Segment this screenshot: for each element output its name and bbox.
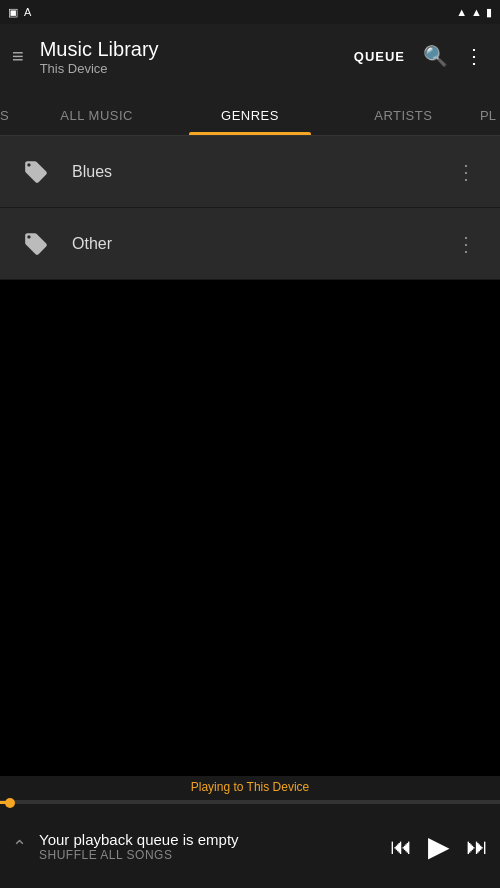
tag-icon-blues — [23, 159, 49, 185]
header-title-block: Music Library This Device — [40, 37, 332, 76]
search-button[interactable]: 🔍 — [419, 40, 452, 72]
genre-item-blues[interactable]: Blues ⋮ — [0, 136, 500, 208]
menu-icon[interactable]: ≡ — [12, 45, 24, 68]
play-button[interactable]: ▶ — [428, 830, 450, 863]
player-shuffle-label: SHUFFLE ALL SONGS — [39, 848, 390, 862]
player-bar: ⌃ Your playback queue is empty SHUFFLE A… — [0, 800, 500, 888]
genre-item-other[interactable]: Other ⋮ — [0, 208, 500, 280]
page-title: Music Library — [40, 37, 332, 61]
genre-list: Blues ⋮ Other ⋮ — [0, 136, 500, 280]
next-button[interactable]: ⏭ — [466, 834, 488, 860]
previous-button[interactable]: ⏮ — [390, 834, 412, 860]
progress-bar[interactable] — [0, 801, 500, 804]
more-options-button[interactable]: ⋮ — [460, 40, 488, 72]
genre-name-blues: Blues — [72, 163, 448, 181]
app-icon: ▣ — [8, 6, 18, 19]
genre-more-blues[interactable]: ⋮ — [448, 152, 484, 192]
battery-icon: ▮ — [486, 6, 492, 19]
header: ≡ Music Library This Device QUEUE 🔍 ⋮ — [0, 24, 500, 88]
header-actions: QUEUE 🔍 ⋮ — [348, 40, 488, 72]
tag-icon-other — [23, 231, 49, 257]
genre-icon-other — [16, 224, 56, 264]
player-controls: ⏮ ▶ ⏭ — [390, 830, 488, 863]
notification-icon: A — [24, 6, 31, 18]
tab-genres[interactable]: GENRES — [173, 108, 326, 135]
tab-partial-left: S — [0, 108, 20, 135]
player-expand-button[interactable]: ⌃ — [12, 836, 27, 858]
tab-artists[interactable]: ARTISTS — [327, 108, 480, 135]
tab-partial-right: PL — [480, 108, 500, 135]
playing-text: Playing to This Device — [191, 780, 310, 794]
player-info: Your playback queue is empty SHUFFLE ALL… — [39, 831, 390, 862]
queue-button[interactable]: QUEUE — [348, 45, 411, 68]
tabs-bar: S ALL MUSIC GENRES ARTISTS PL — [0, 88, 500, 136]
progress-dot — [5, 798, 15, 808]
status-bar: ▣ A ▲ ▲ ▮ — [0, 0, 500, 24]
status-bar-right: ▲ ▲ ▮ — [456, 6, 492, 19]
playing-indicator: Playing to This Device — [0, 776, 500, 800]
wifi-full-icon: ▲ — [471, 6, 482, 18]
status-bar-left: ▣ A — [8, 6, 31, 19]
main-content-area — [0, 280, 500, 800]
genre-more-other[interactable]: ⋮ — [448, 224, 484, 264]
genre-name-other: Other — [72, 235, 448, 253]
genre-icon-blues — [16, 152, 56, 192]
player-content: ⌃ Your playback queue is empty SHUFFLE A… — [0, 804, 500, 888]
player-track-name: Your playback queue is empty — [39, 831, 390, 848]
wifi-icon: ▲ — [456, 6, 467, 18]
tab-all-music[interactable]: ALL MUSIC — [20, 108, 173, 135]
page-subtitle: This Device — [40, 61, 332, 76]
